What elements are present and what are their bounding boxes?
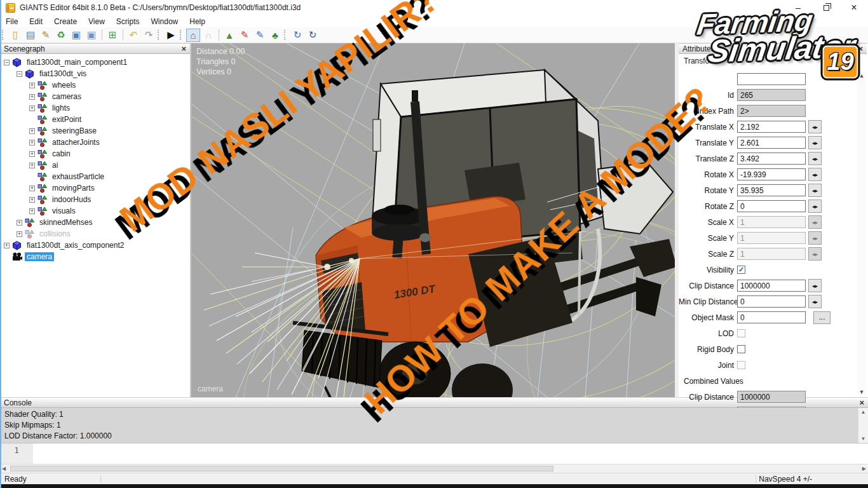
scroll-right-icon[interactable]: ▶ [862,466,866,471]
tree-node-ai[interactable]: +ai [0,159,190,171]
field-translate-x[interactable] [737,121,806,133]
tab-transform[interactable]: Transform [679,54,867,67]
minimize-button[interactable]: – [784,0,812,15]
collapse-toggle[interactable]: − [4,60,10,65]
object-mask-browse-button[interactable]: ... [813,311,831,324]
tree-node-steeringbase[interactable]: +steeringBase [0,125,190,137]
scenegraph-close-icon[interactable]: × [181,45,186,53]
status-bar: Ready NavSpeed 4 +/- [0,473,868,484]
tree-placement-icon[interactable]: ♣ [268,29,282,42]
reload-shaders-icon[interactable]: ↻ [290,29,304,42]
console-close-icon[interactable]: × [859,399,864,407]
tree-node-exhaustparticle[interactable]: exhaustParticle [0,171,190,182]
field-name[interactable] [737,73,806,85]
spinner-rotate-y[interactable]: ◂▸ [808,184,822,197]
spinner-rotate-z[interactable]: ◂▸ [808,200,822,213]
console-script-input[interactable] [33,444,868,464]
field-clip-distance[interactable] [737,280,806,292]
expand-toggle[interactable]: + [29,186,35,191]
spinner-min-clip-distance[interactable]: ◂▸ [808,295,822,308]
tree-node-collisions[interactable]: +collisions [0,228,190,240]
expand-toggle[interactable]: + [29,105,35,111]
tree-node-fiat1300dt-main-component1[interactable]: −fiat1300dt_main_component1 [0,57,190,68]
open-file-icon[interactable]: ▤ [24,29,37,42]
expand-toggle[interactable]: + [29,128,35,134]
menu-view[interactable]: View [83,16,111,27]
new-file-icon[interactable]: ▯ [8,29,22,42]
checkbox-visibility[interactable]: ✓ [737,266,745,274]
expand-toggle[interactable]: + [29,197,35,203]
home-icon[interactable]: ⌂ [186,29,200,42]
scroll-up-icon[interactable]: ▲ [859,72,865,79]
console-hscrollbar[interactable]: ◀ ▶ [0,464,868,473]
spinner-rotate-x[interactable]: ◂▸ [808,168,822,181]
scroll-down-icon[interactable]: ▼ [859,389,865,395]
tree-node-movingparts[interactable]: +movingParts [0,182,190,194]
reload-file-icon[interactable]: ♻ [54,29,68,42]
expand-toggle[interactable]: + [29,140,35,146]
undo-icon[interactable]: ↶ [126,29,140,42]
scroll-up-icon[interactable]: ▲ [861,409,866,415]
field-object-mask[interactable] [737,311,806,323]
collapse-toggle[interactable]: − [17,71,22,77]
tree-node-cameras[interactable]: +cameras [0,91,190,102]
spinner-translate-x[interactable]: ◂▸ [808,120,822,133]
spinner-translate-z[interactable]: ◂▸ [808,152,822,165]
scroll-down-icon[interactable]: ▼ [861,436,866,442]
menu-scripts[interactable]: Scripts [111,16,146,27]
tree-node-fiat1300dt-axis-component2[interactable]: +fiat1300dt_axis_component2 [0,240,190,251]
field-rotate-x[interactable] [737,168,806,180]
reload-scripts-icon[interactable]: ↻ [306,29,320,42]
expand-toggle[interactable]: + [4,243,10,248]
viewport-3d[interactable]: 1300 DT [191,43,675,397]
tree-node-lights[interactable]: +lights [0,102,190,114]
terrain-sculpt-icon[interactable]: ▲ [222,29,236,42]
spinner-translate-y[interactable]: ◂▸ [808,136,822,149]
console-log-scrollbar[interactable]: ▲ ▼ [858,408,868,443]
menu-file[interactable]: File [0,16,24,27]
edit-notes-icon[interactable]: ✎ [39,29,53,42]
menu-window[interactable]: Window [146,16,184,27]
expand-toggle[interactable]: + [29,208,35,214]
tree-node-skinnedmehses[interactable]: +skinnedMehses [0,217,190,228]
expand-toggle[interactable]: + [17,231,22,237]
tree-node-exitpoint[interactable]: exitPoint [0,114,190,125]
tree-node-attacherjoints[interactable]: +attacherJoints [0,137,190,148]
save-as-icon[interactable]: ▣ [85,29,98,42]
attributes-scrollbar[interactable]: ▲ ▼ [857,72,866,395]
restore-button[interactable] [812,0,840,15]
field-rotate-y[interactable] [737,184,806,196]
field-rotate-z[interactable] [737,200,806,212]
tree-node-wheels[interactable]: +wheels [0,79,190,91]
hscroll-thumb[interactable] [10,466,553,471]
redo-icon[interactable]: ↷ [142,29,156,42]
tree-node-fiat1300dt-vis[interactable]: −fiat1300dt_vis [0,68,190,79]
menu-edit[interactable]: Edit [24,16,48,27]
save-icon[interactable]: ▣ [69,29,83,42]
tree-node-visuals[interactable]: +visuals [0,205,190,217]
terrain-foliage-icon[interactable]: ✎ [253,29,267,42]
expand-toggle[interactable]: + [29,94,35,100]
tree-node-indoorhuds[interactable]: +indoorHuds [0,194,190,205]
field-translate-y[interactable] [737,137,806,149]
import-icon[interactable]: ⊞ [105,29,119,42]
menu-create[interactable]: Create [48,16,83,27]
menu-help[interactable]: Help [184,16,211,27]
terrain-paint-icon[interactable]: ✎ [238,29,252,42]
spinner-clip-distance[interactable]: ◂▸ [808,279,822,292]
checkbox-rigid-body[interactable] [737,345,745,353]
expand-toggle[interactable]: + [29,163,35,168]
expand-toggle[interactable]: + [29,83,35,88]
expand-toggle[interactable]: + [17,220,22,226]
expand-toggle[interactable]: + [29,151,35,157]
close-button[interactable]: × [840,0,868,15]
attr-row-clip-distance: Clip Distance◂▸ [679,278,857,294]
field-translate-z[interactable] [737,152,806,165]
snap-icon[interactable]: ∩ [201,29,215,42]
attributes-close-icon[interactable]: × [858,45,863,53]
tree-node-cabin[interactable]: +cabin [0,148,190,159]
field-min-clip-distance[interactable] [737,295,806,308]
scroll-left-icon[interactable]: ◀ [2,466,6,471]
tree-node-camera[interactable]: camera [0,251,190,262]
play-icon[interactable]: ▶ [164,29,178,42]
